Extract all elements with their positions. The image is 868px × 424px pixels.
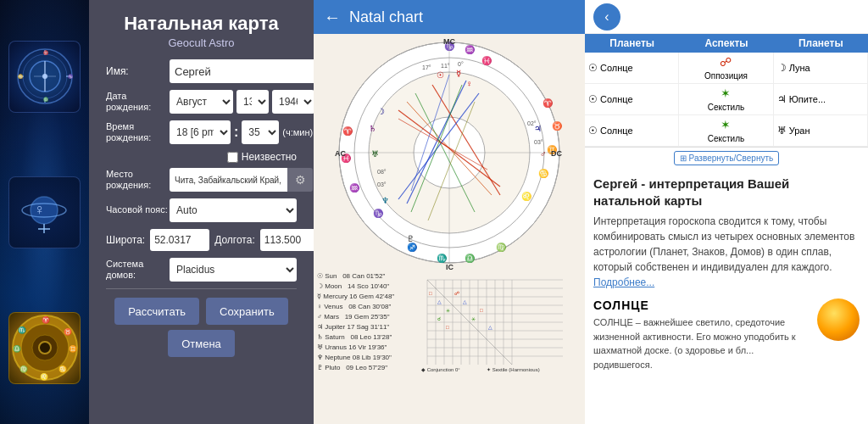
jupiter-label: Юпите... xyxy=(789,94,826,104)
sun-label-1: Солнце xyxy=(600,63,633,73)
saturn-image: ♀ xyxy=(8,176,81,248)
svg-point-13 xyxy=(42,74,47,79)
sun-heading: СОЛНЦЕ xyxy=(593,298,810,312)
save-button[interactable]: Сохранить xyxy=(206,298,288,325)
expand-button[interactable]: ⊞ Развернуть/Свернуть xyxy=(674,151,779,165)
aspect-row-1-p2: ☽ Луна xyxy=(774,53,868,84)
svg-text:□: □ xyxy=(429,291,432,296)
sun-symbol-1: ☉ xyxy=(588,62,598,74)
svg-text:⚹: ⚹ xyxy=(471,316,476,321)
svg-text:△: △ xyxy=(463,299,467,304)
form-subtitle: Geocult Astro xyxy=(168,36,234,49)
name-row: Имя: xyxy=(106,59,297,83)
svg-text:AC: AC xyxy=(335,149,346,158)
name-input[interactable] xyxy=(170,59,314,83)
time-unit-label: (ч:мин) xyxy=(282,127,313,137)
svg-text:♏: ♏ xyxy=(18,326,26,334)
svg-text:☉: ☉ xyxy=(437,70,444,80)
svg-text:□: □ xyxy=(446,325,449,330)
system-select[interactable]: Placidus xyxy=(170,258,297,282)
svg-text:□: □ xyxy=(480,308,483,313)
date-label: Дата рождения: xyxy=(106,91,170,113)
aspect-row-2-p1: ☉ Солнце xyxy=(585,84,679,115)
planet-list-item: ☿ Mercury 16 Gem 42'48" xyxy=(317,292,419,302)
svg-text:DC: DC xyxy=(551,149,562,158)
date-inputs: Август 13 1946 xyxy=(170,90,314,114)
sextile-symbol-1: ✶ xyxy=(721,86,731,100)
aspect-row-1-p1: ☉ Солнце xyxy=(585,53,679,84)
sextile-label-1: Секстиль xyxy=(708,103,744,112)
uranus-label: Уран xyxy=(789,126,810,136)
lon-input[interactable] xyxy=(260,229,314,251)
aspects-grid: Планеты Аспекты Планеты ☉ Солнце ☍ Оппоз… xyxy=(585,34,868,148)
sextile-label-2: Секстиль xyxy=(708,134,744,143)
svg-text:♑: ♑ xyxy=(373,208,384,219)
aspect-row-3-p1: ☉ Солнце xyxy=(585,115,679,147)
svg-text:♅: ♅ xyxy=(371,149,379,159)
sextile-symbol-2: ✶ xyxy=(721,118,731,131)
svg-text:♈: ♈ xyxy=(342,126,353,137)
svg-text:♋: ♋ xyxy=(18,74,24,80)
aspect-matrix-svg: □ △ ⚹ ☍ △ ⚹ □ △ ☌ □ ◆ Conjunction 0° ✦ S… xyxy=(419,271,571,373)
time-row: Время рождения: 18 [6 pm] : 35 (ч:мин) xyxy=(106,120,297,144)
aspect-row-1-aspect: ☍ Оппозиция xyxy=(679,53,773,84)
svg-text:♂: ♂ xyxy=(540,149,547,159)
sun-label-2: Солнце xyxy=(600,94,633,104)
svg-text:♒: ♒ xyxy=(349,182,360,193)
svg-text:✦ Sextile (Harmonious): ✦ Sextile (Harmonious) xyxy=(487,367,540,372)
svg-text:♍: ♍ xyxy=(496,242,507,253)
sun-section: СОЛНЦЕ СОЛНЦЕ – важнейшее светило, средо… xyxy=(593,298,860,371)
interp-text: Интерпретация гороскопа сводится к тому,… xyxy=(593,214,860,290)
svg-text:◆ Conjunction 0°: ◆ Conjunction 0° xyxy=(421,367,460,372)
planet-list-item: ♂ Mars 19 Gem 25'35" xyxy=(317,312,419,322)
place-input[interactable] xyxy=(170,168,287,192)
interp-back-button[interactable]: ‹ xyxy=(593,3,620,31)
secondary-buttons-row: Отмена xyxy=(106,330,297,357)
interp-link[interactable]: Подробнее... xyxy=(593,276,654,288)
uranus-symbol: ♅ xyxy=(777,125,787,137)
svg-text:♎: ♎ xyxy=(13,344,21,353)
day-select[interactable]: 13 xyxy=(236,90,269,114)
svg-text:♓: ♓ xyxy=(481,55,492,66)
sun-symbol-2: ☉ xyxy=(588,93,598,105)
jupiter-symbol: ♃ xyxy=(777,93,787,105)
svg-text:♊: ♊ xyxy=(69,344,77,353)
cancel-button[interactable]: Отмена xyxy=(168,330,235,357)
lat-input[interactable] xyxy=(150,229,209,251)
aspects-header-aspects: Аспекты xyxy=(679,34,773,53)
timezone-select[interactable]: Auto xyxy=(170,198,297,222)
svg-text:♇: ♇ xyxy=(407,234,415,243)
chart-area: ♑ ♒ ♓ ♈ ♉ ♊ ♋ ♌ ♍ ♎ ♏ ♐ ♑ ♒ ♓ ♈ AC DC MC… xyxy=(314,34,585,424)
interp-body: Сергей - интерпретация Вашей натальной к… xyxy=(585,169,868,424)
svg-text:♍: ♍ xyxy=(19,365,28,373)
sun-text-area: СОЛНЦЕ СОЛНЦЕ – важнейшее светило, средо… xyxy=(593,298,810,371)
natal-chart-svg: ♑ ♒ ♓ ♈ ♉ ♊ ♋ ♌ ♍ ♎ ♏ ♐ ♑ ♒ ♓ ♈ AC DC MC… xyxy=(331,34,568,271)
svg-text:03°: 03° xyxy=(377,181,387,187)
svg-text:♎: ♎ xyxy=(465,253,476,264)
unknown-checkbox[interactable] xyxy=(227,152,238,163)
time-colon: : xyxy=(234,125,238,140)
calc-button[interactable]: Рассчитать xyxy=(114,298,199,325)
chart-bottom-area: ☉ Sun 08 Can 01'52" ☽ Moon 14 Sco 10'40"… xyxy=(314,271,585,375)
svg-text:△: △ xyxy=(437,299,442,304)
svg-text:♌: ♌ xyxy=(521,191,532,202)
planet-list-item: ♀ Venus 08 Can 30'08" xyxy=(317,302,419,312)
unknown-label[interactable]: Неизвестно xyxy=(227,151,297,163)
chart-back-button[interactable]: ← xyxy=(324,8,341,27)
svg-text:☿: ☿ xyxy=(456,69,461,78)
primary-buttons-row: Рассчитать Сохранить xyxy=(106,298,297,325)
moon-symbol: ☽ xyxy=(777,62,787,74)
svg-text:08°: 08° xyxy=(377,169,387,175)
aspect-row-2-p2: ♃ Юпите... xyxy=(774,84,868,115)
year-select[interactable]: 1946 xyxy=(272,90,314,114)
unknown-row: Неизвестно xyxy=(106,151,297,163)
svg-text:♆: ♆ xyxy=(381,196,389,205)
planet-list-item: ♇ Pluto 09 Leo 57'29" xyxy=(317,363,419,373)
hour-select[interactable]: 18 [6 pm] xyxy=(170,120,231,144)
system-row: Система домов: Placidus xyxy=(106,258,297,282)
place-settings-button[interactable]: ⚙ xyxy=(287,168,313,192)
month-select[interactable]: Август xyxy=(170,90,233,114)
sun-text: СОЛНЦЕ – важнейшее светило, средоточие ж… xyxy=(593,315,810,371)
svg-text:♀: ♀ xyxy=(34,201,46,218)
minute-select[interactable]: 35 xyxy=(242,120,279,144)
